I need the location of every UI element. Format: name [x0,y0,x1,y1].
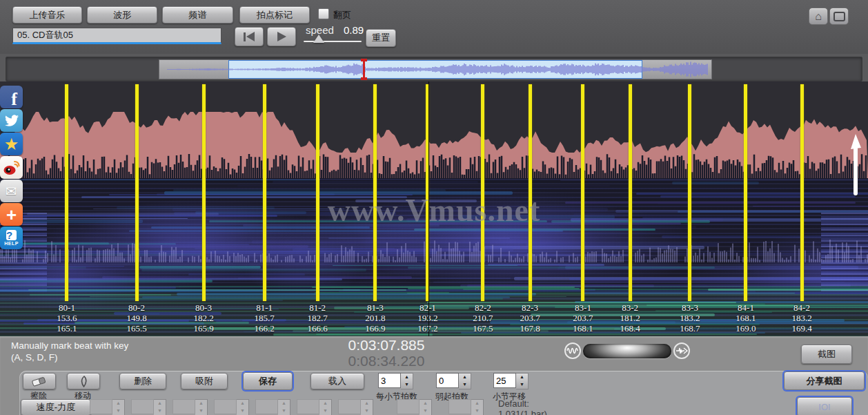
beat-marker-label: 84-1168.1169.0 [736,302,756,334]
disabled-spinner-arrows: ▲▼ [361,399,373,415]
skip-to-start-icon [244,32,255,41]
weibo-icon[interactable] [0,156,23,179]
move-tool-icon [79,376,89,387]
help-icon[interactable]: ? HELP [0,226,23,249]
beat-marker-label: 83-1203.7168.1 [573,302,593,334]
track-name-input[interactable] [12,28,221,44]
facebook-icon[interactable]: f [0,86,23,108]
main-wave-display[interactable]: 80-1153.6165.180-2149.8165.580-3182.2165… [0,81,868,336]
reset-button[interactable]: 重置 [366,29,396,47]
pickup-beats-spinner[interactable]: ▲▼ [436,373,471,389]
help-sub-label: HELP [4,240,19,247]
addthis-icon[interactable]: + [0,203,23,226]
disabled-spinner: ▲▼ [131,399,166,415]
ioi-button[interactable]: IOI [797,397,852,415]
disabled-spinner: ▲▼ [338,399,373,415]
disabled-spinner-arrows: ▲▼ [471,399,484,415]
time-display: 0:03:07.885 0:08:34.220 [310,337,462,369]
tab-spectrum[interactable]: 频谱 [162,6,233,23]
save-button[interactable]: 保存 [243,372,293,390]
pickup-beats-input[interactable] [436,373,459,388]
disabled-spinner-input [131,399,154,414]
share-screenshot-button[interactable]: 分享截图 [784,371,865,390]
twitter-icon[interactable] [0,109,23,132]
disabled-spinner-arrows: ▲▼ [154,399,166,415]
delete-button[interactable]: 删除 [119,373,166,389]
beats-per-bar-arrows[interactable]: ▲▼ [401,373,413,389]
disabled-spinner: ▲▼ [90,399,125,415]
current-time: 0:03:07.885 [310,337,462,353]
disabled-spinner-input [90,399,112,414]
page-flip-label: 翻页 [333,9,351,21]
move-tool-button[interactable] [67,373,100,389]
page-flip-checkbox[interactable] [318,8,329,19]
fullscreen-button[interactable] [829,8,849,25]
beat-marker-label: 82-1193.2167.2 [417,302,437,334]
load-button[interactable]: 载入 [310,373,364,389]
disabled-spinner-input [255,399,278,414]
bar-shift-spinner[interactable]: ▲▼ [493,373,529,389]
pointer-arrow [847,133,864,196]
disabled-spinner-arrows: ▲▼ [319,399,332,415]
snap-button[interactable]: 吸附 [181,373,228,389]
beat-key-hint: Manually mark beat with key (A, S, D, F) [11,340,128,363]
pickup-beats-arrows[interactable]: ▲▼ [459,373,471,389]
speed-slider-thumb[interactable] [313,35,324,43]
beat-marker-label: 80-2149.8165.5 [126,302,146,334]
disabled-spinner-input [172,399,195,414]
beat-marker-label: 84-2183.2169.4 [791,302,811,334]
tab-upload-music[interactable]: 上传音乐 [12,6,82,23]
home-button[interactable]: ⌂ [809,8,828,25]
zoom-slider[interactable] [583,344,671,358]
disabled-spinner-arrows: ▲▼ [278,399,290,415]
disabled-spinner: ▲▼ [172,399,208,415]
disabled-spinner-arrows: ▲▼ [112,399,125,415]
mail-icon[interactable]: ✉ [0,180,23,202]
overview-playhead[interactable] [363,59,365,80]
control-panel: 擦除 移动 删除 吸附 保存 载入 ▲▼ 每小节拍数 ▲▼ 弱起拍数 ▲▼ 小节… [19,371,868,415]
disabled-spinner-arrows: ▲▼ [237,399,249,415]
beats-per-bar-input[interactable] [378,373,401,388]
disabled-spinner-input [397,399,420,414]
overview-waveform [159,60,711,79]
disabled-spinner: ▲▼ [297,399,332,415]
beat-marker-label: 81-3201.8166.9 [365,302,385,334]
screenshot-button[interactable]: 截图 [801,345,852,364]
tempo-dynamics-button[interactable]: 速度-力度 [21,399,91,415]
disabled-spinner: ▲▼ [448,399,484,415]
bar-shift-arrows[interactable]: ▲▼ [516,373,529,389]
skip-to-start-button[interactable] [235,27,264,46]
beats-per-bar-spinner[interactable]: ▲▼ [378,373,413,389]
main-playhead [428,81,429,336]
social-share-column: f ★ ✉ + ? HELP [0,86,23,249]
disabled-spinner-input [214,399,237,414]
play-button[interactable] [267,27,296,46]
beat-marker-label: 83-2181.2168.4 [620,302,640,334]
eraser-icon [30,376,48,387]
home-icon: ⌂ [815,10,822,23]
zoom-in-wave-icon[interactable] [673,342,690,359]
total-time: 0:08:34.220 [310,353,462,369]
overview-track[interactable] [159,59,712,79]
beat-marker-label: 81-2182.7166.6 [307,302,327,334]
disabled-spinner-input [448,399,471,414]
disabled-spinner-arrows: ▲▼ [195,399,208,415]
watermark: www.Vmus.net [0,192,868,229]
overview-strip [6,57,862,81]
speed-slider[interactable] [304,41,362,42]
help-question-glyph: ? [6,230,17,240]
default-ioi-text: Default: 1.031(1 bar) [498,398,547,415]
header-toolbar: 上传音乐 波形 频谱 拍点标记 翻页 speed 0.89 重置 ⌂ [0,0,868,54]
zoom-out-wave-icon[interactable] [564,342,581,359]
speed-value: 0.89 [344,24,364,36]
tab-waveform[interactable]: 波形 [87,6,157,23]
qzone-icon[interactable]: ★ [0,133,23,155]
disabled-spinner: ▲▼ [397,399,432,415]
erase-tool-button[interactable] [23,373,56,389]
tab-beat-marking[interactable]: 拍点标记 [239,6,310,23]
disabled-spinner: ▲▼ [214,399,249,415]
beat-marker-label: 82-2210.7167.5 [473,302,493,334]
bar-shift-input[interactable] [493,373,516,388]
beat-marker-label: 80-1153.6165.1 [57,302,77,334]
disabled-spinner: ▲▼ [255,399,290,415]
